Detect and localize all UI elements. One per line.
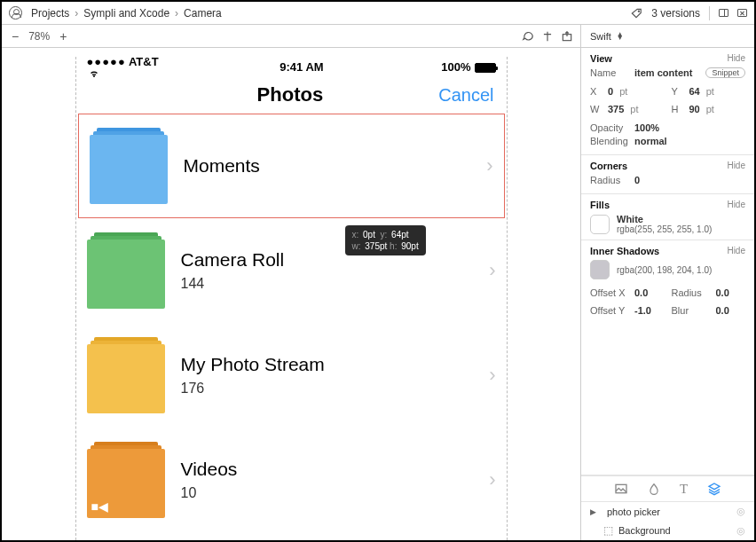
shadow-code: rgba(200, 198, 204, 1.0): [617, 265, 712, 275]
shadow-swatch[interactable]: [590, 260, 610, 279]
section-view: View: [590, 53, 612, 64]
signal-icon: ●●●●●: [87, 55, 126, 68]
fill-name: White: [617, 214, 712, 224]
album-tile: [87, 337, 165, 413]
layer-type-icon: ⬚: [603, 524, 613, 537]
page-title: Photos: [142, 83, 439, 106]
album-tile: [87, 232, 165, 309]
section-corners: Corners: [590, 161, 627, 171]
status-bar: ●●●●● AT&T 9:41 AM 100%: [76, 57, 507, 76]
hide-fills[interactable]: Hide: [727, 200, 745, 210]
inspector-tabs: T: [581, 475, 754, 502]
visibility-icon[interactable]: ◎: [736, 506, 745, 517]
album-count: 10: [181, 485, 474, 501]
album-title: Camera Roll: [181, 249, 474, 271]
language-select[interactable]: Swift: [590, 31, 611, 42]
video-icon: ■◀: [91, 499, 108, 514]
shadow-rad: 0.0: [716, 287, 729, 298]
close-artboard-icon[interactable]: [737, 9, 747, 17]
visibility-icon[interactable]: ◎: [736, 525, 745, 537]
chevron-right-icon: ›: [75, 7, 78, 20]
breadcrumb: Projects › Sympli and Xcode › Camera: [31, 7, 222, 20]
user-icon[interactable]: [9, 6, 22, 20]
nav-bar: Photos Cancel: [76, 76, 507, 114]
hide-corners[interactable]: Hide: [727, 161, 745, 171]
layer-row[interactable]: ⬚ Background ◎: [581, 521, 754, 540]
comment-icon[interactable]: [522, 30, 534, 43]
battery-pct: 100%: [441, 60, 470, 74]
svg-point-0: [639, 11, 640, 12]
prop-y: 64: [689, 86, 700, 97]
tab-text-icon[interactable]: T: [680, 482, 688, 497]
wifi-icon: [87, 68, 162, 79]
album-title: My Photo Stream: [181, 354, 474, 375]
album-row[interactable]: Camera Roll 144 ›: [76, 218, 507, 323]
prop-opacity: 100%: [634, 122, 659, 133]
tab-drop-icon[interactable]: [648, 482, 660, 496]
chevron-right-icon: ›: [489, 364, 495, 387]
prop-blending: normal: [634, 136, 667, 146]
snippet-button[interactable]: Snippet: [705, 67, 745, 78]
album-row[interactable]: Moments ›: [78, 114, 505, 218]
crumb-1[interactable]: Sympli and Xcode: [83, 7, 169, 20]
chevron-right-icon: ›: [489, 259, 495, 282]
tab-layers-icon[interactable]: [707, 482, 721, 496]
shadow-blur: 0.0: [716, 305, 729, 316]
artboard[interactable]: ●●●●● AT&T 9:41 AM 100% Photos Cancel Mo…: [75, 57, 508, 540]
dimension-badge: x: 0pt y: 64pt w: 375pt h: 90pt: [345, 225, 426, 255]
chevron-right-icon: ›: [175, 7, 178, 20]
album-tile: ■◀: [87, 442, 165, 518]
album-title: Moments: [184, 155, 471, 177]
align-icon[interactable]: [541, 30, 554, 43]
album-count: 176: [181, 381, 474, 397]
versions-label[interactable]: 3 versions: [651, 7, 700, 20]
hide-shadows[interactable]: Hide: [727, 246, 745, 256]
inspector-panel: Swift ▲▼ ViewHide Nameitem contentSnippe…: [581, 25, 754, 540]
album-tile: [90, 128, 168, 204]
shadow-offy: -1.0: [634, 305, 651, 316]
layer-name: photo picker: [607, 507, 660, 517]
fill-code: rgba(255, 255, 255, 1.0): [617, 224, 712, 234]
zoom-out-button[interactable]: −: [9, 30, 21, 43]
shadow-offx: 0.0: [634, 287, 648, 298]
tag-icon[interactable]: [630, 7, 642, 20]
chevron-right-icon: ›: [489, 468, 495, 491]
clock: 9:41 AM: [162, 60, 442, 74]
chevron-right-icon: ›: [486, 154, 492, 177]
cancel-button[interactable]: Cancel: [438, 85, 493, 106]
chevron-updown-icon[interactable]: ▲▼: [617, 33, 624, 40]
prop-h: 90: [689, 104, 700, 114]
tab-image-icon[interactable]: [614, 482, 628, 496]
disclosure-icon[interactable]: ▶: [590, 507, 596, 516]
album-title: Videos: [181, 459, 474, 480]
prop-name: item content: [634, 67, 692, 78]
zoom-value[interactable]: 78%: [28, 30, 50, 43]
album-row[interactable]: My Photo Stream 176 ›: [76, 323, 507, 428]
crumb-0[interactable]: Projects: [31, 7, 69, 20]
album-row[interactable]: ■◀ Videos 10 ›: [76, 428, 507, 532]
section-shadows: Inner Shadows: [590, 246, 659, 256]
prop-x: 0: [608, 86, 613, 97]
album-count: 144: [181, 276, 474, 292]
crumb-2[interactable]: Camera: [184, 7, 222, 20]
prop-radius: 0: [634, 175, 640, 185]
artboards-icon[interactable]: [719, 9, 728, 17]
prop-w: 375: [608, 104, 624, 114]
carrier-label: AT&T: [129, 55, 159, 68]
section-fills: Fills: [590, 200, 610, 210]
hide-view[interactable]: Hide: [727, 53, 745, 64]
layer-row[interactable]: ▶ photo picker ◎: [581, 502, 754, 521]
layer-name: Background: [618, 525, 671, 536]
battery-icon: [475, 63, 496, 73]
fill-swatch[interactable]: [590, 215, 610, 234]
export-icon[interactable]: [561, 30, 573, 43]
zoom-in-button[interactable]: +: [57, 30, 69, 43]
